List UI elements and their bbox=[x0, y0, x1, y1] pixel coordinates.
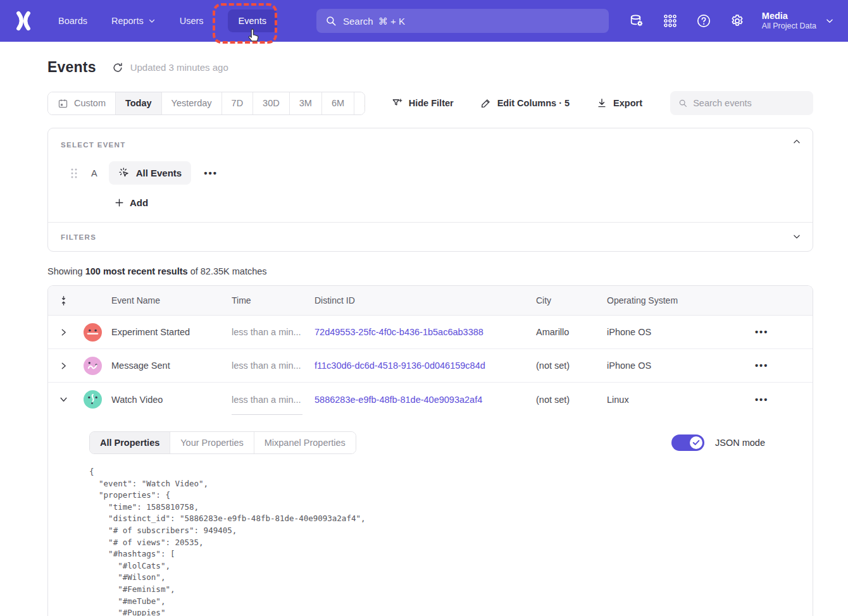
cell-time: less than a min... bbox=[232, 395, 315, 405]
nav-item-events[interactable]: Events bbox=[228, 9, 277, 32]
download-icon bbox=[596, 97, 608, 109]
table-row-expanded[interactable]: Watch Video less than a min... 5886283e-… bbox=[48, 383, 813, 416]
plus-icon bbox=[115, 198, 124, 207]
search-events-input[interactable] bbox=[693, 98, 805, 108]
row-more-options-button[interactable]: ••• bbox=[755, 360, 768, 371]
tab-mixpanel-properties[interactable]: Mixpanel Properties bbox=[254, 432, 356, 453]
event-selector-button[interactable]: All Events bbox=[109, 161, 192, 185]
event-avatar bbox=[84, 323, 102, 342]
add-label: Add bbox=[130, 197, 148, 208]
edit-columns-label: Edit Columns · 5 bbox=[497, 98, 570, 108]
summary-count: 100 most recent results bbox=[85, 266, 188, 276]
cell-distinct-id-link[interactable]: f11c30d6-dc6d-4518-9136-0d046159c84d bbox=[315, 360, 536, 371]
chevron-down-icon bbox=[148, 17, 156, 25]
event-json-payload: { "event": "Watch Video", "properties": … bbox=[89, 466, 800, 616]
json-mode-label: JSON mode bbox=[715, 438, 765, 448]
row-more-options-button[interactable]: ••• bbox=[755, 395, 768, 405]
search-icon bbox=[325, 15, 337, 27]
top-nav: Boards Reports Users Events bbox=[0, 0, 848, 42]
project-switcher[interactable]: Media All Project Data bbox=[762, 10, 816, 32]
date-range-custom[interactable]: Custom bbox=[48, 92, 116, 114]
events-table: Event Name Time Distinct ID City Operati… bbox=[47, 285, 813, 616]
chevron-up-icon[interactable] bbox=[792, 137, 801, 146]
drag-handle-icon[interactable] bbox=[70, 168, 78, 179]
export-button[interactable]: Export bbox=[596, 97, 642, 109]
cell-distinct-id-link[interactable]: 5886283e-e9fb-48fb-81de-40e9093a2af4 bbox=[315, 395, 536, 405]
search-events-box[interactable] bbox=[670, 91, 813, 115]
table-row[interactable]: Message Sent less than a min... f11c30d6… bbox=[48, 349, 813, 383]
tab-your-properties[interactable]: Your Properties bbox=[170, 432, 254, 453]
date-range-30d[interactable]: 30D bbox=[253, 92, 290, 114]
chevron-right-icon[interactable] bbox=[59, 362, 68, 370]
nav-item-boards[interactable]: Boards bbox=[58, 16, 87, 26]
date-range-3m[interactable]: 3M bbox=[290, 92, 322, 114]
cursor-sparkle-icon bbox=[118, 167, 130, 179]
cell-event-name: Experiment Started bbox=[111, 327, 232, 337]
search-icon bbox=[678, 98, 687, 108]
date-range-label: 6M bbox=[332, 98, 344, 108]
nav-item-users[interactable]: Users bbox=[180, 16, 204, 26]
settings-gear-icon[interactable] bbox=[729, 13, 745, 29]
table-row[interactable]: Experiment Started less than a min... 72… bbox=[48, 316, 813, 349]
nav-item-label: Events bbox=[239, 16, 266, 26]
date-range-today[interactable]: Today bbox=[116, 92, 162, 114]
table-header-row: Event Name Time Distinct ID City Operati… bbox=[48, 286, 813, 316]
cell-city: (not set) bbox=[536, 395, 607, 405]
column-header-time: Time bbox=[232, 295, 315, 305]
apps-grid-icon[interactable] bbox=[662, 13, 678, 29]
cell-time: less than a min... bbox=[232, 360, 315, 371]
chevron-down-icon[interactable] bbox=[825, 16, 834, 25]
date-range-yesterday[interactable]: Yesterday bbox=[162, 92, 222, 114]
project-scope: All Project Data bbox=[762, 22, 816, 32]
nav-item-reports[interactable]: Reports bbox=[111, 16, 156, 26]
edit-columns-button[interactable]: Edit Columns · 5 bbox=[480, 97, 570, 109]
hide-filter-button[interactable]: Hide Filter bbox=[392, 97, 454, 109]
funnel-plus-icon bbox=[392, 97, 403, 109]
chevron-down-icon[interactable] bbox=[792, 232, 801, 241]
tab-label: Your Properties bbox=[180, 438, 243, 448]
cell-time: less than a min... bbox=[232, 327, 315, 337]
date-range-7d[interactable]: 7D bbox=[222, 92, 254, 114]
filters-section-toggle[interactable]: FILTERS bbox=[48, 223, 813, 251]
json-mode-toggle[interactable] bbox=[671, 434, 704, 451]
pencil-icon bbox=[480, 97, 492, 109]
refresh-icon[interactable] bbox=[111, 61, 124, 74]
chevron-right-icon[interactable] bbox=[59, 328, 68, 336]
sort-icon[interactable] bbox=[58, 295, 69, 306]
toggle-knob bbox=[690, 436, 702, 449]
nav-item-label: Boards bbox=[58, 16, 87, 26]
data-management-icon[interactable] bbox=[628, 13, 645, 29]
cell-city: Amarillo bbox=[536, 327, 607, 337]
hide-filter-label: Hide Filter bbox=[409, 98, 454, 108]
cell-os: Linux bbox=[607, 395, 714, 405]
date-range-12m[interactable]: 12M bbox=[354, 92, 365, 114]
event-avatar bbox=[84, 390, 102, 409]
add-event-button[interactable]: Add bbox=[115, 197, 800, 208]
page-title: Events bbox=[47, 59, 96, 76]
date-range-label: 7D bbox=[232, 98, 244, 108]
event-detail-panel: All Properties Your Properties Mixpanel … bbox=[48, 416, 813, 616]
event-avatar bbox=[84, 357, 102, 375]
toolbar-actions: Hide Filter Edit Columns · 5 Export bbox=[365, 91, 813, 115]
global-search-input[interactable] bbox=[343, 16, 600, 27]
help-icon[interactable] bbox=[695, 13, 712, 29]
date-range-label: 30D bbox=[263, 98, 280, 108]
date-range-label: Custom bbox=[74, 98, 106, 108]
summary-suffix: of 82.35K matches bbox=[188, 266, 267, 276]
chevron-down-icon[interactable] bbox=[59, 395, 68, 403]
select-event-heading: SELECT EVENT bbox=[61, 141, 800, 149]
cell-os: iPhone OS bbox=[607, 327, 714, 337]
json-mode-control: JSON mode bbox=[671, 434, 800, 451]
export-label: Export bbox=[613, 98, 642, 108]
mixpanel-events-page: Boards Reports Users Events bbox=[0, 0, 848, 616]
query-builder-card: SELECT EVENT A All Events bbox=[47, 128, 813, 252]
date-range-6m[interactable]: 6M bbox=[322, 92, 354, 114]
tab-label: All Properties bbox=[100, 438, 159, 448]
cell-city: (not set) bbox=[536, 360, 607, 371]
global-search[interactable] bbox=[316, 9, 609, 33]
mixpanel-logo-icon[interactable] bbox=[13, 10, 34, 32]
event-more-options-button[interactable]: ••• bbox=[201, 169, 220, 177]
cell-distinct-id-link[interactable]: 72d49553-25fc-4f0c-b436-1b5ac6ab3388 bbox=[315, 327, 536, 337]
tab-all-properties[interactable]: All Properties bbox=[90, 432, 170, 453]
row-more-options-button[interactable]: ••• bbox=[755, 327, 768, 337]
